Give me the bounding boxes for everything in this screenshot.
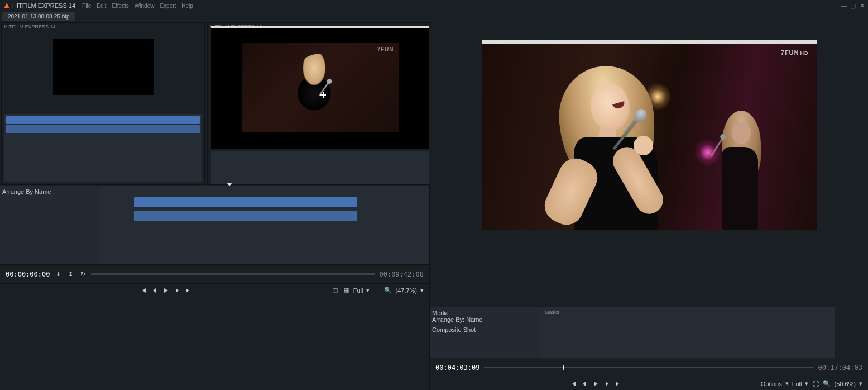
embedded-audio-clip[interactable] [134, 211, 357, 221]
zoom-icon[interactable]: 🔍 [823, 380, 831, 388]
right-mini-arrange: Arrange By: Name [432, 316, 539, 323]
set-out-icon[interactable]: ↥ [66, 270, 74, 278]
project-tab-strip: 2021-01-13 08-08-25.hfp [0, 11, 868, 21]
options-menu[interactable]: Options [761, 381, 782, 387]
zoom-icon[interactable]: 🔍 [384, 287, 392, 294]
loop-icon[interactable]: ↻ [79, 270, 87, 278]
skip-back-icon[interactable] [569, 380, 577, 388]
embedded-viewer-black [2, 23, 204, 112]
left-app-instance: HITFILM EXPRESS 14 HITFILM EXPRESS 14 [0, 21, 430, 390]
right-app-instance: 7FUNHD Media Arrange By: Name Composite … [430, 21, 868, 390]
embedded-timeline-mini [4, 114, 202, 182]
menu-file[interactable]: File [82, 3, 91, 9]
right-mini-composite[interactable]: Composite Shot [432, 326, 539, 333]
menu-effects[interactable]: Effects [112, 3, 128, 9]
quality-menu-r[interactable]: Full [792, 381, 802, 387]
foreground-singer [526, 60, 672, 230]
embedded-timeline: Arrange By Name [0, 186, 429, 264]
window-controls: — ▢ ✕ [841, 3, 865, 8]
right-viewer-strip: 00:04:03:09 00:17:04:03 [430, 358, 868, 377]
skip-fwd-icon[interactable] [614, 380, 622, 388]
minimize-button[interactable]: — [841, 3, 847, 8]
play-icon[interactable] [162, 287, 170, 294]
zoom-value-r[interactable]: (50.6%) [834, 381, 856, 387]
right-transport: Options▾ Full▾ ⛶ 🔍 (50.6%)▾ [430, 377, 868, 390]
skip-fwd-icon[interactable] [184, 287, 192, 294]
embedded-tracks [100, 186, 429, 264]
left-timecode[interactable]: 00:00:00:00 [6, 270, 50, 278]
right-mini-meters [835, 307, 868, 358]
right-mini-masks[interactable]: Masks [545, 310, 559, 315]
mask-icon[interactable]: ◫ [331, 287, 339, 294]
app-logo: HITFILM EXPRESS 14 [3, 2, 75, 9]
left-duration: 00:09:42:08 [380, 270, 424, 278]
menu-export[interactable]: Export [160, 3, 176, 9]
channel-watermark: 7FUNHD [781, 48, 809, 56]
embedded-playhead[interactable] [229, 186, 229, 264]
zoom-value[interactable]: (47.7%) [395, 287, 417, 294]
fit-icon[interactable]: ⛶ [373, 287, 381, 294]
frame-fwd-icon[interactable] [173, 287, 181, 294]
embedded-media-panel: Arrange By Name [0, 186, 100, 264]
menu-edit[interactable]: Edit [97, 3, 106, 9]
embedded-app-right: HITFILM EXPRESS 14 7FUN [207, 22, 433, 185]
skip-back-icon[interactable] [140, 287, 147, 294]
set-in-icon[interactable]: ↧ [54, 270, 62, 278]
left-transport: ◫ ▦ Full▾ ⛶ 🔍 (47.7%)▾ [0, 283, 429, 297]
mini-clip-row [6, 116, 200, 124]
embedded-video-clip[interactable] [134, 197, 357, 207]
title-bar: HITFILM EXPRESS 14 File Edit Effects Win… [0, 0, 868, 11]
main-menu: File Edit Effects Window Export Help [82, 3, 193, 9]
fit-icon[interactable]: ⛶ [812, 380, 819, 388]
close-button[interactable]: ✕ [859, 3, 865, 8]
embedded-arrange: Arrange By Name [2, 188, 98, 195]
right-mini-media-tab[interactable]: Media [432, 310, 539, 316]
maximize-button[interactable]: ▢ [850, 3, 856, 8]
frame-back-icon[interactable] [581, 380, 588, 388]
quality-menu[interactable]: Full [353, 287, 363, 294]
frame-fwd-icon[interactable] [603, 380, 611, 388]
mini-audio-row [6, 125, 200, 133]
embedded-lower-panels [211, 151, 429, 185]
crosshair-marker [320, 92, 326, 98]
right-timecode[interactable]: 00:04:03:09 [435, 364, 479, 372]
play-icon[interactable] [592, 380, 600, 388]
right-viewer[interactable]: 7FUNHD [482, 40, 817, 230]
project-tab[interactable]: 2021-01-13 08-08-25.hfp [2, 12, 75, 21]
background-singer [711, 111, 766, 228]
embedded-title: HITFILM EXPRESS 14 [4, 24, 56, 30]
right-mini-timeline: Masks [541, 307, 835, 358]
menu-window[interactable]: Window [135, 3, 155, 9]
embedded-viewer-scene: 7FUN [211, 26, 429, 149]
left-viewer-strip: 00:00:00:00 ↧ ↥ ↻ 00:09:42:08 [0, 264, 429, 283]
right-duration: 00:17:04:03 [818, 364, 862, 372]
right-viewer-wrap: 7FUNHD [430, 29, 868, 307]
safe-icon[interactable]: ▦ [342, 287, 350, 294]
right-mini-panels: Media Arrange By: Name Composite Shot Ma… [430, 307, 868, 358]
right-mini-media: Media Arrange By: Name Composite Shot [430, 307, 541, 358]
menu-help[interactable]: Help [181, 3, 193, 9]
frame-back-icon[interactable] [151, 287, 159, 294]
embedded-app-left: HITFILM EXPRESS 14 [1, 22, 205, 185]
right-scrubber[interactable] [484, 367, 813, 368]
app-title: HITFILM EXPRESS 14 [12, 2, 75, 9]
left-scrubber[interactable] [91, 273, 375, 275]
watermark-small: 7FUN [377, 46, 394, 53]
